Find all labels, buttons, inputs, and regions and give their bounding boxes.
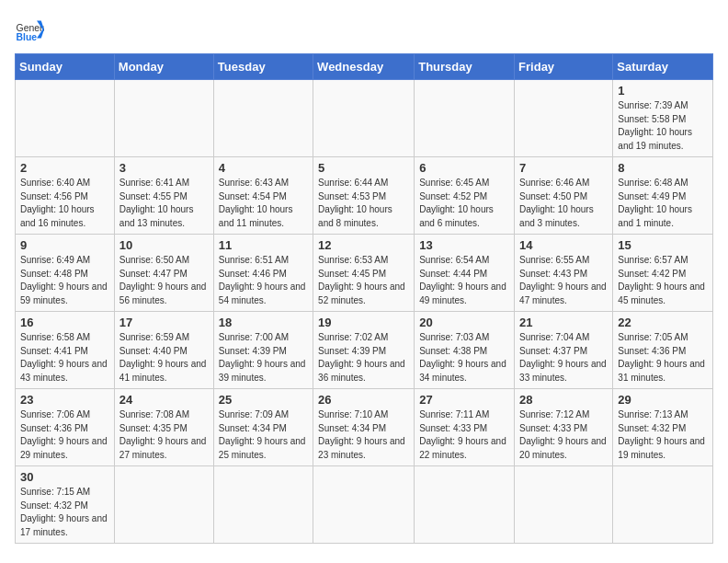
day-number: 16 [20, 316, 109, 329]
calendar-day-9: 9Sunrise: 6:49 AM Sunset: 4:48 PM Daylig… [16, 235, 115, 312]
calendar-day-1: 1Sunrise: 7:39 AM Sunset: 5:58 PM Daylig… [613, 80, 713, 157]
day-number: 30 [20, 470, 109, 484]
day-info: Sunrise: 6:48 AM Sunset: 4:49 PM Dayligh… [618, 177, 708, 230]
weekday-header-monday: Monday [114, 54, 213, 80]
day-number: 26 [318, 393, 409, 407]
day-number: 10 [119, 238, 209, 252]
day-number: 7 [519, 161, 608, 175]
calendar-day-6: 6Sunrise: 6:45 AM Sunset: 4:52 PM Daylig… [415, 157, 515, 235]
day-number: 22 [618, 316, 708, 329]
day-number: 21 [519, 316, 608, 329]
day-info: Sunrise: 6:51 AM Sunset: 4:46 PM Dayligh… [219, 254, 308, 307]
calendar-day-12: 12Sunrise: 6:53 AM Sunset: 4:45 PM Dayli… [313, 235, 415, 312]
day-info: Sunrise: 7:11 AM Sunset: 4:33 PM Dayligh… [419, 408, 509, 462]
calendar-empty-cell [515, 80, 613, 157]
calendar-day-5: 5Sunrise: 6:44 AM Sunset: 4:53 PM Daylig… [313, 157, 415, 235]
calendar-day-4: 4Sunrise: 6:43 AM Sunset: 4:54 PM Daylig… [213, 157, 313, 235]
calendar-empty-cell [415, 466, 515, 544]
day-info: Sunrise: 6:55 AM Sunset: 4:43 PM Dayligh… [519, 254, 608, 307]
day-number: 17 [119, 316, 209, 329]
calendar-day-19: 19Sunrise: 7:02 AM Sunset: 4:39 PM Dayli… [313, 312, 415, 389]
calendar-empty-cell [16, 80, 115, 157]
calendar-week-1: 1Sunrise: 7:39 AM Sunset: 5:58 PM Daylig… [16, 80, 713, 157]
calendar-day-13: 13Sunrise: 6:54 AM Sunset: 4:44 PM Dayli… [415, 235, 515, 312]
day-info: Sunrise: 7:09 AM Sunset: 4:34 PM Dayligh… [219, 408, 308, 462]
calendar-week-2: 2Sunrise: 6:40 AM Sunset: 4:56 PM Daylig… [16, 157, 713, 235]
day-info: Sunrise: 7:12 AM Sunset: 4:33 PM Dayligh… [519, 408, 608, 462]
day-info: Sunrise: 7:03 AM Sunset: 4:38 PM Dayligh… [419, 331, 509, 385]
day-number: 12 [318, 238, 409, 252]
day-number: 18 [219, 316, 308, 329]
calendar-day-20: 20Sunrise: 7:03 AM Sunset: 4:38 PM Dayli… [415, 312, 515, 389]
calendar-day-11: 11Sunrise: 6:51 AM Sunset: 4:46 PM Dayli… [213, 235, 313, 312]
calendar-empty-cell [213, 466, 313, 544]
calendar-day-7: 7Sunrise: 6:46 AM Sunset: 4:50 PM Daylig… [515, 157, 613, 235]
day-number: 9 [20, 238, 109, 252]
day-number: 8 [618, 161, 708, 175]
day-number: 28 [519, 393, 608, 407]
calendar-day-14: 14Sunrise: 6:55 AM Sunset: 4:43 PM Dayli… [515, 235, 613, 312]
day-info: Sunrise: 6:40 AM Sunset: 4:56 PM Dayligh… [20, 177, 109, 230]
day-info: Sunrise: 6:53 AM Sunset: 4:45 PM Dayligh… [318, 254, 409, 307]
weekday-header-tuesday: Tuesday [213, 54, 313, 80]
calendar-week-4: 16Sunrise: 6:58 AM Sunset: 4:41 PM Dayli… [16, 312, 713, 389]
day-number: 6 [419, 161, 509, 175]
day-number: 25 [219, 393, 308, 407]
day-number: 3 [119, 161, 209, 175]
day-info: Sunrise: 7:10 AM Sunset: 4:34 PM Dayligh… [318, 408, 409, 462]
calendar-empty-cell [114, 466, 213, 544]
page-header: General Blue [15, 15, 713, 44]
day-info: Sunrise: 7:39 AM Sunset: 5:58 PM Dayligh… [618, 99, 708, 153]
calendar-empty-cell [114, 80, 213, 157]
weekday-header-saturday: Saturday [613, 54, 713, 80]
day-info: Sunrise: 6:43 AM Sunset: 4:54 PM Dayligh… [219, 177, 308, 230]
day-number: 4 [219, 161, 308, 175]
calendar-day-17: 17Sunrise: 6:59 AM Sunset: 4:40 PM Dayli… [114, 312, 213, 389]
day-info: Sunrise: 7:15 AM Sunset: 4:32 PM Dayligh… [20, 486, 109, 539]
day-info: Sunrise: 6:41 AM Sunset: 4:55 PM Dayligh… [119, 177, 209, 230]
day-info: Sunrise: 7:08 AM Sunset: 4:35 PM Dayligh… [119, 408, 209, 462]
day-info: Sunrise: 6:58 AM Sunset: 4:41 PM Dayligh… [20, 331, 109, 385]
calendar-day-22: 22Sunrise: 7:05 AM Sunset: 4:36 PM Dayli… [613, 312, 713, 389]
calendar-day-30: 30Sunrise: 7:15 AM Sunset: 4:32 PM Dayli… [16, 466, 115, 544]
calendar-day-3: 3Sunrise: 6:41 AM Sunset: 4:55 PM Daylig… [114, 157, 213, 235]
day-number: 19 [318, 316, 409, 329]
day-info: Sunrise: 6:49 AM Sunset: 4:48 PM Dayligh… [20, 254, 109, 307]
calendar-day-2: 2Sunrise: 6:40 AM Sunset: 4:56 PM Daylig… [16, 157, 115, 235]
generalblue-logo-icon: General Blue [15, 15, 44, 44]
day-info: Sunrise: 6:44 AM Sunset: 4:53 PM Dayligh… [318, 177, 409, 230]
day-number: 24 [119, 393, 209, 407]
day-info: Sunrise: 7:06 AM Sunset: 4:36 PM Dayligh… [20, 408, 109, 462]
day-number: 29 [618, 393, 708, 407]
calendar-day-25: 25Sunrise: 7:09 AM Sunset: 4:34 PM Dayli… [213, 389, 313, 466]
day-info: Sunrise: 6:59 AM Sunset: 4:40 PM Dayligh… [119, 331, 209, 385]
calendar-day-8: 8Sunrise: 6:48 AM Sunset: 4:49 PM Daylig… [613, 157, 713, 235]
day-number: 2 [20, 161, 109, 175]
day-number: 5 [318, 161, 409, 175]
calendar-week-3: 9Sunrise: 6:49 AM Sunset: 4:48 PM Daylig… [16, 235, 713, 312]
calendar-table: SundayMondayTuesdayWednesdayThursdayFrid… [15, 53, 713, 544]
calendar-day-23: 23Sunrise: 7:06 AM Sunset: 4:36 PM Dayli… [16, 389, 115, 466]
calendar-empty-cell [213, 80, 313, 157]
weekday-header-wednesday: Wednesday [313, 54, 415, 80]
calendar-day-28: 28Sunrise: 7:12 AM Sunset: 4:33 PM Dayli… [515, 389, 613, 466]
day-info: Sunrise: 7:00 AM Sunset: 4:39 PM Dayligh… [219, 331, 308, 385]
calendar-day-24: 24Sunrise: 7:08 AM Sunset: 4:35 PM Dayli… [114, 389, 213, 466]
calendar-day-16: 16Sunrise: 6:58 AM Sunset: 4:41 PM Dayli… [16, 312, 115, 389]
calendar-header-row: SundayMondayTuesdayWednesdayThursdayFrid… [16, 54, 713, 80]
day-info: Sunrise: 6:45 AM Sunset: 4:52 PM Dayligh… [419, 177, 509, 230]
day-info: Sunrise: 6:46 AM Sunset: 4:50 PM Dayligh… [519, 177, 608, 230]
calendar-day-10: 10Sunrise: 6:50 AM Sunset: 4:47 PM Dayli… [114, 235, 213, 312]
calendar-week-6: 30Sunrise: 7:15 AM Sunset: 4:32 PM Dayli… [16, 466, 713, 544]
calendar-day-27: 27Sunrise: 7:11 AM Sunset: 4:33 PM Dayli… [415, 389, 515, 466]
day-number: 23 [20, 393, 109, 407]
calendar-day-21: 21Sunrise: 7:04 AM Sunset: 4:37 PM Dayli… [515, 312, 613, 389]
calendar-empty-cell [613, 466, 713, 544]
calendar-day-29: 29Sunrise: 7:13 AM Sunset: 4:32 PM Dayli… [613, 389, 713, 466]
day-number: 15 [618, 238, 708, 252]
day-info: Sunrise: 7:13 AM Sunset: 4:32 PM Dayligh… [618, 408, 708, 462]
day-number: 1 [618, 84, 708, 98]
calendar-empty-cell [415, 80, 515, 157]
calendar-day-26: 26Sunrise: 7:10 AM Sunset: 4:34 PM Dayli… [313, 389, 415, 466]
day-info: Sunrise: 7:05 AM Sunset: 4:36 PM Dayligh… [618, 331, 708, 385]
